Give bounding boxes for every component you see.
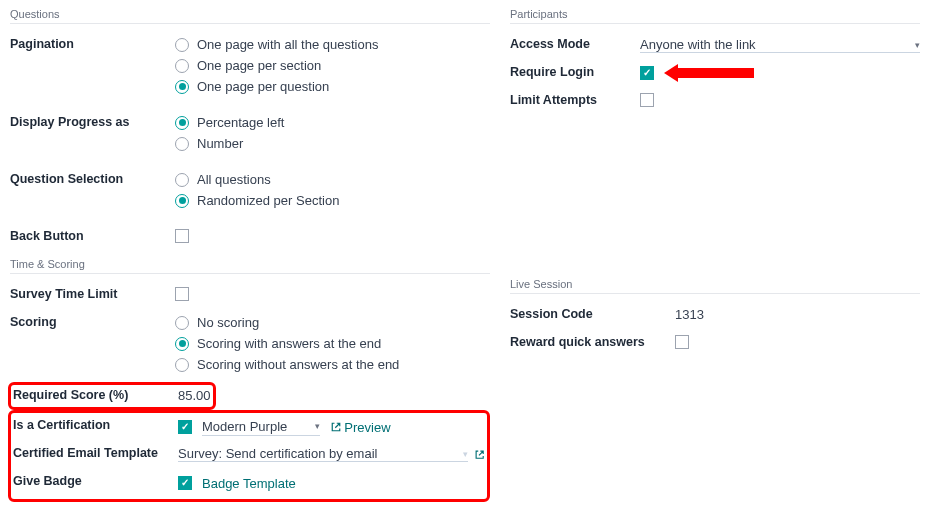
- radio-icon: [175, 38, 189, 52]
- label-session-code: Session Code: [510, 304, 675, 321]
- scoring-without-answers[interactable]: Scoring without answers at the end: [175, 357, 490, 372]
- require-login-checkbox[interactable]: [640, 66, 654, 80]
- label-question-selection: Question Selection: [10, 169, 175, 186]
- section-title-time-scoring: Time & Scoring: [10, 258, 490, 274]
- section-title-participants: Participants: [510, 8, 920, 24]
- question-selection-randomized[interactable]: Randomized per Section: [175, 193, 490, 208]
- radio-label: All questions: [197, 172, 271, 187]
- access-mode-value: Anyone with the link: [640, 37, 756, 52]
- scoring-none[interactable]: No scoring: [175, 315, 490, 330]
- radio-label: Scoring without answers at the end: [197, 357, 399, 372]
- display-progress-percentage[interactable]: Percentage left: [175, 115, 490, 130]
- radio-label: One page per section: [197, 58, 321, 73]
- certification-preview-link[interactable]: Preview: [330, 420, 390, 435]
- certification-template-value: Modern Purple: [202, 419, 287, 434]
- radio-icon: [175, 137, 189, 151]
- radio-icon: [175, 173, 189, 187]
- limit-attempts-checkbox[interactable]: [640, 93, 654, 107]
- pagination-option-one-page-question[interactable]: One page per question: [175, 79, 490, 94]
- section-title-live-session: Live Session: [510, 278, 920, 294]
- pagination-radio-group: One page with all the questions One page…: [175, 37, 490, 94]
- radio-label: Percentage left: [197, 115, 284, 130]
- scoring-with-answers[interactable]: Scoring with answers at the end: [175, 336, 490, 351]
- chevron-down-icon: ▾: [463, 449, 468, 459]
- scoring-radio-group: No scoring Scoring with answers at the e…: [175, 315, 490, 372]
- radio-icon: [175, 116, 189, 130]
- session-code-value[interactable]: 1313: [675, 304, 920, 322]
- label-reward-quick-answers: Reward quick answers: [510, 332, 675, 349]
- radio-icon: [175, 337, 189, 351]
- label-access-mode: Access Mode: [510, 34, 640, 51]
- label-display-progress: Display Progress as: [10, 112, 175, 129]
- label-is-certification: Is a Certification: [13, 415, 178, 432]
- certified-email-select[interactable]: Survey: Send certification by email ▾: [178, 446, 468, 462]
- question-selection-all[interactable]: All questions: [175, 172, 490, 187]
- radio-icon: [175, 194, 189, 208]
- external-link-icon[interactable]: [474, 448, 485, 460]
- radio-label: Number: [197, 136, 243, 151]
- external-link-icon: [330, 421, 342, 433]
- badge-template-link[interactable]: Badge Template: [202, 476, 296, 491]
- certified-email-value: Survey: Send certification by email: [178, 446, 377, 461]
- radio-icon: [175, 358, 189, 372]
- label-required-score: Required Score (%): [13, 385, 178, 402]
- required-score-value[interactable]: 85.00: [178, 385, 213, 403]
- survey-time-limit-checkbox[interactable]: [175, 287, 189, 301]
- label-require-login: Require Login: [510, 62, 640, 79]
- highlight-certification-block: Is a Certification Modern Purple ▾ Prev: [8, 410, 490, 502]
- radio-label: One page per question: [197, 79, 329, 94]
- radio-label: Scoring with answers at the end: [197, 336, 381, 351]
- radio-label: No scoring: [197, 315, 259, 330]
- chevron-down-icon: ▾: [315, 421, 320, 431]
- access-mode-select[interactable]: Anyone with the link ▾: [640, 37, 920, 53]
- display-progress-number[interactable]: Number: [175, 136, 490, 151]
- radio-label: Randomized per Section: [197, 193, 339, 208]
- label-survey-time-limit: Survey Time Limit: [10, 284, 175, 301]
- certification-template-select[interactable]: Modern Purple ▾: [202, 419, 320, 436]
- label-certified-email-template: Certified Email Template: [13, 443, 178, 460]
- pagination-option-one-page-section[interactable]: One page per section: [175, 58, 490, 73]
- reward-quick-checkbox[interactable]: [675, 335, 689, 349]
- back-button-checkbox[interactable]: [175, 229, 189, 243]
- annotation-arrow: [664, 65, 754, 81]
- radio-icon: [175, 59, 189, 73]
- is-certification-checkbox[interactable]: [178, 420, 192, 434]
- preview-label: Preview: [344, 420, 390, 435]
- display-progress-radio-group: Percentage left Number: [175, 115, 490, 151]
- label-pagination: Pagination: [10, 34, 175, 51]
- pagination-option-one-page-all[interactable]: One page with all the questions: [175, 37, 490, 52]
- label-limit-attempts: Limit Attempts: [510, 90, 640, 107]
- question-selection-radio-group: All questions Randomized per Section: [175, 172, 490, 208]
- highlight-required-score: Required Score (%) 85.00: [8, 382, 216, 410]
- radio-label: One page with all the questions: [197, 37, 378, 52]
- radio-icon: [175, 80, 189, 94]
- label-give-badge: Give Badge: [13, 471, 178, 488]
- radio-icon: [175, 316, 189, 330]
- label-scoring: Scoring: [10, 312, 175, 329]
- section-title-questions: Questions: [10, 8, 490, 24]
- label-back-button: Back Button: [10, 226, 175, 243]
- give-badge-checkbox[interactable]: [178, 476, 192, 490]
- chevron-down-icon: ▾: [915, 40, 920, 50]
